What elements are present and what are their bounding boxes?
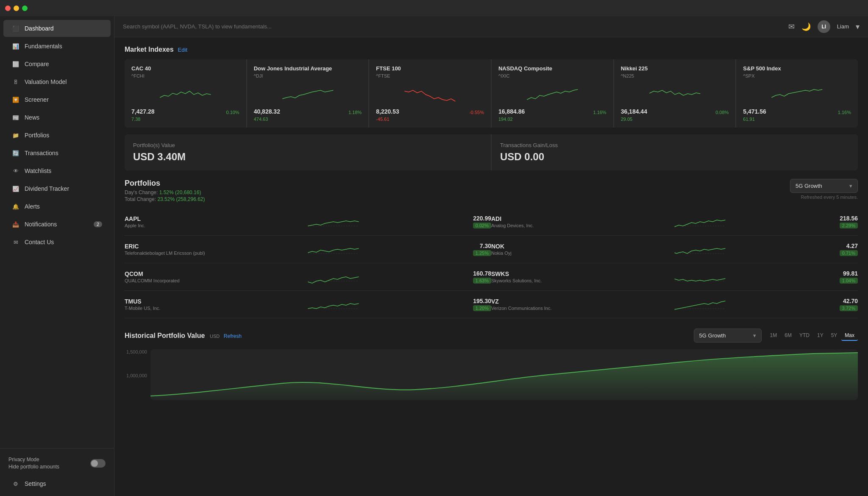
index-value-n225: 36,184.44 (621, 108, 647, 115)
sidebar-item-valuation-model[interactable]: 🎚 Valuation Model (3, 73, 111, 90)
stock-chart-eric (214, 241, 452, 258)
time-btn-5y[interactable]: 5Y (828, 331, 841, 341)
index-chart-dji (254, 83, 362, 104)
stock-ticker-qcom: QCOM (125, 270, 209, 277)
sidebar-item-fundamentals[interactable]: 📊 Fundamentals (3, 38, 111, 55)
time-btn-1y[interactable]: 1Y (814, 331, 827, 341)
portfolio-value-amount: USD 3.40M (133, 151, 482, 163)
sidebar-item-news[interactable]: 📰 News (3, 109, 111, 126)
user-name: Liam (837, 23, 849, 30)
stock-price-nok: 4.27 (824, 242, 858, 249)
moon-icon[interactable]: 🌙 (801, 22, 811, 31)
index-name-ixic: NASDAQ Composite (498, 65, 606, 72)
folder-icon: 📁 (12, 131, 19, 139)
privacy-mode-toggle[interactable] (90, 459, 106, 468)
time-btn-6m[interactable]: 6M (781, 331, 795, 341)
stock-values-aapl: 220.99 0.02% (457, 215, 491, 228)
inbox-icon: 📥 (12, 220, 19, 228)
time-btn-max[interactable]: Max (841, 331, 858, 341)
mail-icon: ✉ (12, 238, 19, 246)
days-change-amount: (20,680.16) (175, 189, 201, 195)
maximize-button[interactable] (22, 6, 28, 11)
stock-item-qcom: QCOM QUALCOMM Incorporated 160.78 (125, 263, 491, 291)
total-change-label: Total Change: (125, 196, 156, 202)
stock-info-qcom: QCOM QUALCOMM Incorporated (125, 270, 209, 283)
sidebar-label-news: News (25, 114, 39, 121)
stock-chart-adi (581, 213, 819, 230)
stock-company-adi: Analog Devices, Inc. (491, 223, 576, 228)
refresh-note: Refreshed every 5 minutes. (801, 195, 858, 200)
portfolio-selector-dropdown[interactable]: 5G Growth ▾ (790, 179, 858, 193)
index-value-row-n225: 36,184.44 0.08% (621, 108, 729, 115)
time-btn-ytd[interactable]: YTD (796, 331, 813, 341)
chevron-down-icon: ▾ (849, 183, 852, 189)
edit-button[interactable]: Edit (178, 47, 187, 53)
sidebar-item-compare[interactable]: ⬜ Compare (3, 56, 111, 72)
stock-item-nok: NOK Nokia Oyj 4.27 0.71% (491, 236, 858, 263)
historical-portfolio-dropdown[interactable]: 5G Growth ▾ (694, 329, 762, 343)
sidebar-item-alerts[interactable]: 🔔 Alerts (3, 198, 111, 215)
market-indexes-header: Market Indexes Edit (125, 46, 858, 53)
historical-section-header: Historical Portfolio Value USD Refresh 5… (125, 329, 858, 343)
index-value-ixic: 16,884.86 (498, 108, 525, 115)
mail-icon[interactable]: ✉ (788, 22, 795, 31)
indexes-grid: CAC 40 ^FCHI 7,427.28 0.10% 7.38 (125, 59, 858, 128)
stock-company-vz: Verizon Communications Inc. (491, 306, 576, 311)
index-symbol-dji: ^DJI (254, 73, 362, 78)
stock-price-adi: 218.56 (824, 215, 858, 222)
sidebar-item-contact-us[interactable]: ✉ Contact Us (3, 234, 111, 251)
stock-chart-vz (581, 296, 819, 313)
index-chart-ftse (376, 83, 484, 104)
stock-chart-qcom (214, 268, 452, 285)
sidebar-item-watchlists[interactable]: 👁 Watchlists (3, 162, 111, 179)
stock-change-tmus: 1.20% (473, 305, 491, 311)
stock-item-vz: VZ Verizon Communications Inc. 42.70 (491, 291, 858, 318)
stock-item-eric: ERIC Telefonaktiebolaget LM Ericsson (pu… (125, 236, 491, 263)
index-name-cac40: CAC 40 (131, 65, 239, 72)
sidebar-item-dividend-tracker[interactable]: 📈 Dividend Tracker (3, 180, 111, 197)
topbar: ✉ 🌙 LI Liam ▾ (114, 16, 868, 37)
stock-change-aapl: 0.02% (473, 223, 491, 228)
index-name-dji: Dow Jones Industrial Average (254, 65, 362, 72)
stock-ticker-swks: SWKS (491, 270, 576, 277)
historical-controls: 5G Growth ▾ 1M 6M YTD 1Y 5Y Max (694, 329, 858, 343)
stock-company-eric: Telefonaktiebolaget LM Ericsson (publ) (125, 251, 209, 256)
minimize-button[interactable] (14, 6, 19, 11)
stocks-grid: AAPL Apple Inc. 220.99 0. (125, 208, 858, 318)
time-btn-1m[interactable]: 1M (767, 331, 781, 341)
index-change-pct-spx: 1.16% (838, 110, 851, 115)
sidebar-item-dashboard[interactable]: ⬛ Dashboard (3, 20, 111, 37)
stock-chart-aapl (214, 213, 452, 230)
stocks-column-left: AAPL Apple Inc. 220.99 0. (125, 208, 491, 318)
index-value-dji: 40,828.32 (254, 108, 280, 115)
index-value-ftse: 8,220.53 (376, 108, 399, 115)
privacy-mode-sublabel: Hide portfolio amounts (8, 463, 59, 471)
index-symbol-ftse: ^FTSE (376, 73, 484, 78)
total-change-row: Total Change: 23.52% (258,296.62) (125, 196, 790, 202)
sliders-icon: 🎚 (12, 78, 19, 86)
sidebar-item-screener[interactable]: 🔽 Screener (3, 91, 111, 108)
sidebar-item-portfolios[interactable]: 📁 Portfolios (3, 127, 111, 144)
index-change-pct-ftse: -0.55% (469, 110, 484, 115)
stock-price-swks: 99.81 (824, 270, 858, 277)
search-input[interactable] (123, 23, 788, 30)
stock-item-tmus: TMUS T-Mobile US, Inc. 195.30 (125, 291, 491, 318)
total-change-pct: 23.52% (157, 196, 176, 202)
stock-info-adi: ADI Analog Devices, Inc. (491, 215, 576, 228)
index-value-row-ftse: 8,220.53 -0.55% (376, 108, 484, 115)
index-chart-spx (743, 83, 851, 104)
index-value-spx: 5,471.56 (743, 108, 766, 115)
historical-title: Historical Portfolio Value (125, 332, 205, 339)
chevron-down-icon[interactable]: ▾ (856, 22, 860, 31)
columns-icon: ⬜ (12, 60, 19, 68)
index-symbol-ixic: ^IXIC (498, 73, 606, 78)
sidebar-item-settings[interactable]: ⚙ Settings (3, 475, 111, 492)
historical-refresh-link[interactable]: Refresh (224, 333, 242, 339)
historical-currency: USD (210, 334, 220, 339)
stock-change-vz: 3.72% (840, 305, 858, 311)
sidebar-item-notifications[interactable]: 📥 Notifications 2 (3, 216, 111, 233)
privacy-mode-row: Privacy Mode Hide portfolio amounts (0, 452, 114, 475)
index-symbol-n225: ^N225 (621, 73, 729, 78)
sidebar-item-transactions[interactable]: 🔄 Transactions (3, 145, 111, 162)
close-button[interactable] (5, 6, 11, 11)
